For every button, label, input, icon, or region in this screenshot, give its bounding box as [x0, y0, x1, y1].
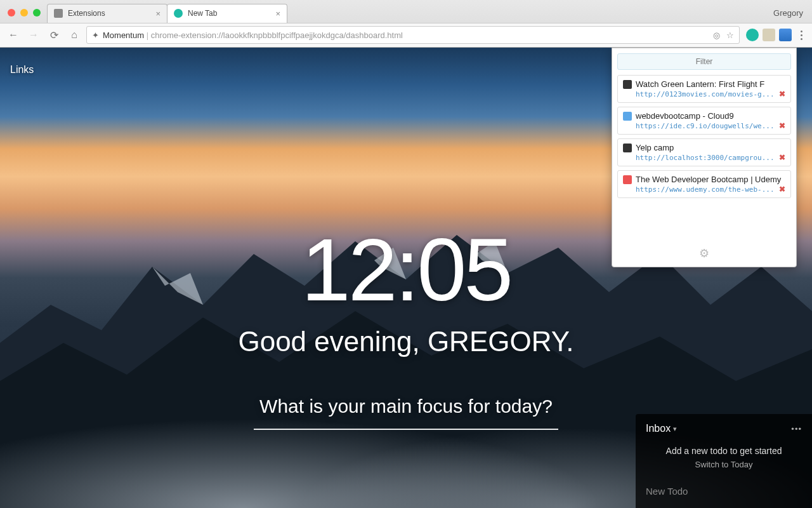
panel-footer: ⚙ — [617, 243, 791, 262]
links-button[interactable]: Links — [10, 64, 34, 76]
todo-empty-text: Add a new todo to get started — [646, 446, 802, 456]
remove-icon[interactable]: ✖ — [779, 121, 785, 130]
tab-new-tab[interactable]: New Tab × — [167, 4, 287, 23]
saved-item[interactable]: webdevbootcamp - Cloud9 https://ide.c9.i… — [617, 107, 791, 135]
close-icon[interactable]: × — [275, 9, 280, 18]
saved-item[interactable]: Yelp camp http://localhost:3000/campgrou… — [617, 138, 791, 166]
extension-icon: ✦ — [92, 30, 99, 40]
extension-icons — [743, 29, 792, 41]
favicon — [623, 112, 632, 121]
todo-switch-link[interactable]: Switch to Today — [646, 460, 802, 469]
back-button[interactable]: ← — [5, 27, 22, 43]
forward-button[interactable]: → — [25, 27, 42, 43]
reload-button[interactable]: ⟳ — [46, 27, 62, 43]
chevron-down-icon: ▾ — [673, 425, 677, 433]
bookmark-star-icon[interactable]: ☆ — [726, 30, 734, 40]
todo-panel: Inbox ▾ ••• Add a new todo to get starte… — [636, 414, 812, 508]
saved-url: http://0123movies.com/movies-g... — [636, 90, 785, 98]
remove-icon[interactable]: ✖ — [779, 153, 785, 162]
profile-name[interactable]: Gregory — [773, 8, 812, 23]
address-text: Momentum | chrome-extension://laookkfknp… — [103, 30, 709, 40]
window-controls — [5, 9, 47, 23]
todo-menu-button[interactable]: ••• — [791, 424, 802, 434]
ext-icon-3[interactable] — [779, 29, 792, 41]
momentum-icon — [174, 9, 183, 18]
home-button[interactable]: ⌂ — [66, 27, 82, 43]
focus-input-underline[interactable] — [254, 429, 558, 430]
toolbar: ← → ⟳ ⌂ ✦ Momentum | chrome-extension://… — [0, 23, 812, 47]
favicon — [623, 175, 632, 184]
browser-menu-button[interactable] — [796, 30, 807, 40]
saved-list: Watch Green Lantern: First Flight F http… — [617, 75, 791, 198]
saved-title-text: Yelp camp — [636, 143, 674, 152]
gear-icon[interactable]: ⚙ — [699, 247, 709, 260]
new-todo-input[interactable]: New Todo — [646, 486, 802, 497]
favicon — [623, 80, 632, 89]
saved-item[interactable]: The Web Developer Bootcamp | Udemy https… — [617, 170, 791, 198]
tab-extensions[interactable]: Extensions × — [47, 4, 167, 23]
saved-item[interactable]: Watch Green Lantern: First Flight F http… — [617, 75, 791, 103]
window-maximize-button[interactable] — [33, 9, 41, 17]
address-url: chrome-extension://laookkfknpbbblfpciffp… — [151, 30, 403, 40]
ext-icon-2[interactable] — [763, 29, 775, 41]
window-close-button[interactable] — [8, 9, 15, 17]
saved-url: https://www.udemy.com/the-web-... — [636, 185, 785, 194]
saved-url: https://ide.c9.io/dougwells/we... — [636, 122, 785, 130]
saved-url: http://localhost:3000/campgrou... — [636, 154, 785, 162]
tab-title: New Tab — [188, 9, 217, 18]
favicon — [623, 144, 632, 152]
puzzle-icon — [54, 9, 63, 18]
remove-icon[interactable]: ✖ — [779, 90, 785, 98]
location-icon[interactable]: ◎ — [713, 30, 720, 40]
greeting: Good evening, GREGORY. — [0, 326, 812, 358]
tab-title: Extensions — [68, 9, 105, 18]
address-prefix: Momentum — [103, 30, 144, 40]
ext-icon-1[interactable] — [746, 29, 759, 41]
saved-title-text: webdevbootcamp - Cloud9 — [636, 111, 734, 121]
tab-bar: Extensions × New Tab × Gregory — [0, 0, 812, 23]
todo-heading[interactable]: Inbox ▾ ••• — [646, 423, 802, 434]
address-bar[interactable]: ✦ Momentum | chrome-extension://laookkfk… — [86, 26, 740, 44]
saved-links-panel: Watch Green Lantern: First Flight F http… — [612, 48, 797, 267]
todo-heading-label: Inbox — [646, 423, 671, 434]
tabs: Extensions × New Tab × — [47, 4, 773, 23]
address-right-icons: ◎ ☆ — [713, 30, 734, 40]
saved-title-text: Watch Green Lantern: First Flight F — [636, 79, 764, 89]
window-minimize-button[interactable] — [20, 9, 28, 17]
filter-input[interactable] — [617, 53, 791, 70]
momentum-dashboard: Links 12:05 Good evening, GREGORY. What … — [0, 48, 812, 508]
browser-chrome: Extensions × New Tab × Gregory ← → ⟳ ⌂ ✦… — [0, 0, 812, 48]
close-icon[interactable]: × — [155, 9, 160, 18]
remove-icon[interactable]: ✖ — [779, 185, 785, 194]
saved-title-text: The Web Developer Bootcamp | Udemy — [636, 175, 781, 184]
